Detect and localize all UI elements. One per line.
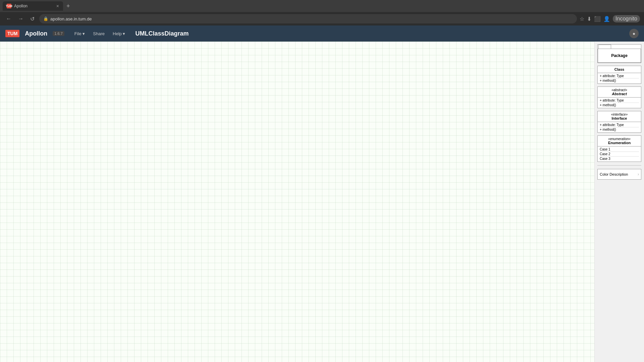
color-description-card[interactable]: Color Description › [597,169,641,180]
app-name: Apollon [25,30,47,37]
class-card[interactable]: Class + attribute: Type + method() [597,66,641,84]
enumeration-case1: Case 1 [600,147,639,152]
interface-card[interactable]: «interface» Interface + attribute: Type … [597,111,641,133]
enumeration-name: Enumeration [598,141,640,145]
class-method: + method() [600,78,639,83]
sidebar-divider [597,165,641,166]
abstract-name: Abstract [598,92,640,96]
interface-name: Interface [598,116,640,120]
interface-header: «interface» Interface [598,111,641,122]
abstract-stereotype: «abstract» [598,88,640,92]
interface-attribute: + attribute: Type [600,123,639,127]
enumeration-case2: Case 2 [600,152,639,157]
settings-icon[interactable]: ● [629,29,639,38]
class-attribute: + attribute: Type [600,74,639,78]
abstract-card[interactable]: «abstract» Abstract + attribute: Type + … [597,86,641,108]
tab-favicon: TUM [7,4,11,8]
address-bar[interactable]: 🔒 apollon.ase.in.tum.de [39,14,577,23]
enumeration-stereotype: «enumeration» [598,137,640,141]
menu-file[interactable]: File ▾ [72,30,87,38]
app-header: TUM Apollon 1.6.7 File ▾ Share Help ▾ UM… [0,25,644,42]
tab-title: Apollon [14,4,28,8]
enumeration-card[interactable]: «enumeration» Enumeration Case 1 Case 2 … [597,135,641,162]
class-header: Class [598,66,641,73]
back-button[interactable]: ← [4,14,13,23]
tum-logo: TUM [5,30,19,37]
bookmark-icon[interactable]: ☆ [580,16,584,22]
abstract-header: «abstract» Abstract [598,87,641,98]
color-description-label: Color Description [600,172,628,176]
interface-stereotype: «interface» [598,113,640,116]
lock-icon: 🔒 [43,16,48,21]
enumeration-case3: Case 3 [600,157,639,161]
header-right: ● [629,29,639,38]
profile-icon[interactable]: 👤 [603,16,610,22]
extension-icon[interactable]: ⬛ [594,16,601,22]
abstract-attribute: + attribute: Type [600,98,639,103]
tab-close-button[interactable]: × [56,3,59,9]
nav-actions: ☆ ⬇ ⬛ 👤 Incognito [580,15,640,22]
forward-button[interactable]: → [16,14,25,23]
main-area: Package Class + attribute: Type + method… [0,42,644,362]
app-version: 1.6.7 [53,31,64,36]
package-label: Package [598,49,641,63]
abstract-body: + attribute: Type + method() [598,98,641,108]
download-icon[interactable]: ⬇ [587,16,591,22]
menu-help[interactable]: Help ▾ [111,30,127,38]
interface-method: + method() [600,127,639,132]
canvas-area[interactable] [0,42,594,362]
incognito-badge[interactable]: Incognito [613,15,640,22]
sidebar: Package Class + attribute: Type + method… [594,42,644,362]
nav-bar: ← → ↺ 🔒 apollon.ase.in.tum.de ☆ ⬇ ⬛ 👤 In… [0,12,644,25]
color-description-arrow: › [638,172,639,177]
class-body: + attribute: Type + method() [598,73,641,83]
refresh-button[interactable]: ↺ [28,14,37,23]
address-text: apollon.ase.in.tum.de [50,16,92,21]
menu-share[interactable]: Share [91,30,107,38]
enumeration-body: Case 1 Case 2 Case 3 [598,146,641,162]
diagram-title: UMLClassDiagram [135,30,189,37]
abstract-method: + method() [600,103,639,107]
package-card[interactable]: Package [597,44,641,63]
interface-body: + attribute: Type + method() [598,122,641,132]
new-tab-button[interactable]: + [64,3,72,10]
browser-tab[interactable]: TUM Apollon × [3,1,63,11]
app-menu: File ▾ Share Help ▾ [72,30,127,38]
browser-chrome: TUM Apollon × + ← → ↺ 🔒 apollon.ase.in.t… [0,0,644,25]
tab-bar: TUM Apollon × + [0,0,644,12]
enumeration-header: «enumeration» Enumeration [598,136,641,146]
